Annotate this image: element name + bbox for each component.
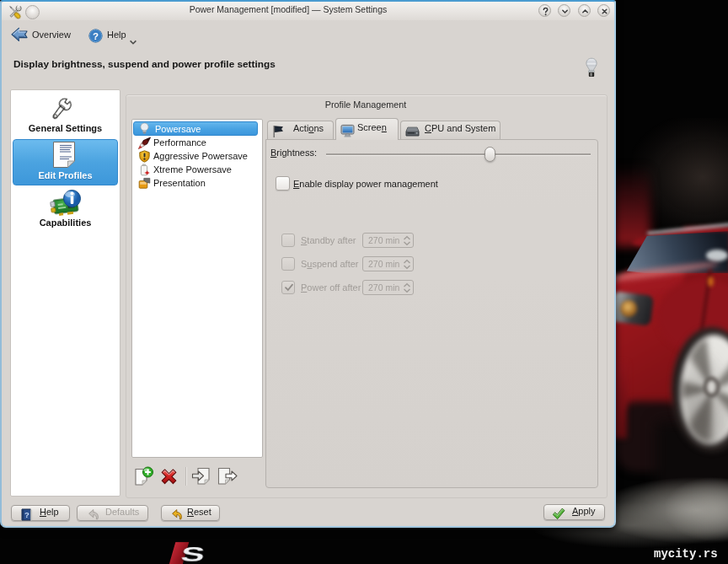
svg-text:?: ?: [93, 31, 99, 41]
svg-text:?: ?: [24, 510, 29, 519]
